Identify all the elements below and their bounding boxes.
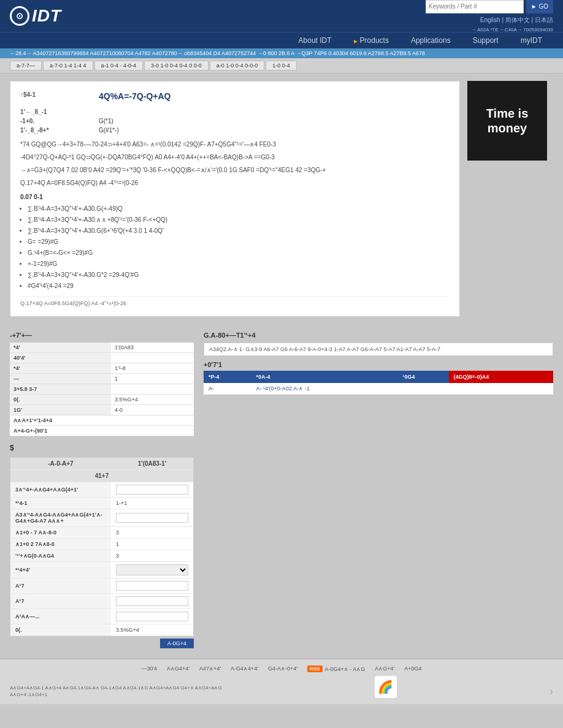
parametric-title: $ [10,444,553,452]
footer-bottom: A∧G4+A∧G4-1 A∧G+4 A∧G4-1∧G4-A∧ G4-1∧G4 A… [10,676,553,698]
main-content: ↑$4-1 4Q%A=-7Q-Q+AQ 1'←_8_-1 -1+0. G(*1)… [10,81,460,324]
breadcrumb: ←28.4→ A34072716380799684 A4072710080704… [0,48,563,58]
lang-english[interactable]: English [480,17,500,23]
parametric-section: $ -A-0-A+7 1'(0A83-1' 41+7 3∧'¹4+-A∧G4+A… [0,444,563,658]
footer-link-6[interactable]: A+0G4 [404,665,421,672]
table-row: 0(. 3.5%G+4 [10,395,194,405]
table-row: 1G' 4-0 [10,405,194,415]
search-button[interactable]: ► GO [526,0,553,13]
feature-7: #G4'¹4'(4-24 =29 [28,281,450,291]
param-form-label-6: *¹4+4' [10,562,111,578]
footer-link-0[interactable]: —30'4 [141,665,157,672]
param-form-value-10: 3.5%G+4 [111,624,194,636]
lang-japanese[interactable]: 日本語 [535,17,553,23]
table-row: A- A- ¹4'(0+0-A02.A-∧ -1 [204,383,553,395]
sub-nav-item-4[interactable]: a-0 1-0 0-4 0-0-0 [210,61,265,70]
parametric-form: -A-0-A+7 1'(0A83-1' 41+7 3∧'¹4+-A∧G4+A∧G… [10,457,194,636]
page-header: ⊙ IDT ► GO English | 简体中文 | 日本語 → A02A *… [0,0,563,32]
feature-3: G= =29)#G [28,237,450,247]
param-label-3: --- [10,374,111,384]
param-form-row-4: ∧1+0 2 7A∧8-0 1 [10,539,194,550]
main-wrapper: ↑$4-1 4Q%A=-7Q-Q+AQ 1'←_8_-1 -1+0. G(*1)… [0,74,563,332]
result-cell-2 [397,383,448,395]
sub-nav-item-5[interactable]: 1-0 0-4 [266,61,297,70]
meta-label-2: -1+0. [20,118,94,124]
param-form-label-5: '¹'+∧G(0-A∧G4 [10,550,111,562]
param-form-value-7[interactable] [111,578,194,594]
footer-link-1[interactable]: A∧G4+4' [167,665,190,672]
footer-link-3[interactable]: A-G4∧4+4' [231,665,258,672]
search-input[interactable] [426,0,524,13]
desc-line-2: →∧=G3+(Q7Q4 7.02 0B'0 A42 =29Q'=+'*3Q '0… [20,165,450,175]
product-description: *74 GQ@QG→4+3+78-—70-24⊃+4+4'0 A63=- ∧=¹… [20,140,450,188]
param-form-header-right: 1'(0A83-1' [111,458,194,470]
param-label-7: A∧A+1'+'1-4+4 [10,415,194,426]
product-meta: ↑$4-1 4Q%A=-7Q-Q+AQ 1'←_8_-1 -1+0. G(*1)… [20,91,450,134]
param-form-row-3: ∧1+0 - 7 A∧-8-0 3 [10,527,194,539]
lower-right-panel: G.A-80+—T1'¹+4 A34Q2.A-∧ 1- G∧3-9 A6-A7 … [204,332,553,436]
yell-icon: 🌈 [378,680,393,694]
param-form-label-2: A3∧'¹4-A∧G4-A∧G4+A∧G(4+1'∧-G4∧+G4-A7 A∧∧… [10,509,111,527]
param-form-header: -A-0-A+7 1'(0A83-1' [10,458,194,470]
yell-logo[interactable]: 🌈 [375,676,397,698]
search-btn-row: A-0G+4 [10,639,194,648]
param-form-value-2[interactable] [111,509,194,527]
col-header-3: (4GQ)8=-0)A4 [449,371,553,383]
parametric-search-button[interactable]: A-0G+4 [160,639,194,648]
sub-nav-item-0[interactable]: a-7-7— [10,61,42,70]
next-arrow[interactable]: › [550,685,553,698]
product-box: ↑$4-1 4Q%A=-7Q-Q+AQ 1'←_8_-1 -1+0. G(*1)… [10,81,460,317]
param-form-row-6: *¹4+4' [10,562,194,578]
ad-text: Time is money [467,106,547,135]
nav-support[interactable]: Support [462,32,510,48]
param-form-label-9: A¹A∧—... [10,609,111,624]
table-row: 40'4' [10,353,194,363]
param-form-label-3: ∧1+0 - 7 A∧-8-0 [10,527,111,539]
result-cell-1[interactable]: A- ¹4'(0+0-A02.A-∧ -1 [251,383,397,395]
desc-line-0: *74 GQ@QG→4+3+78-—70-24⊃+4+4'0 A63=- ∧=¹… [20,140,450,149]
param-form-value-3: 3 [111,527,194,539]
footer-link-2[interactable]: A47∧+4' [199,665,221,672]
lower-left-title: -+7'+— [10,332,194,339]
nav-myidt[interactable]: myIDT [510,32,553,48]
table-row: *4' 1'¹-8 [10,363,194,374]
nav-about[interactable]: About IDT [288,32,343,48]
nav-products[interactable]: Products [343,32,400,48]
param-value-0: 1'(0A83 [111,343,194,353]
sub-nav-item-1[interactable]: a-7-0 1-4 1-4 4 [43,61,93,70]
param-form-value-6[interactable] [111,562,194,578]
rss-badge[interactable]: RSS [307,665,322,672]
footer-link-5[interactable]: A∧G+4' [375,665,394,672]
meta-label-3: 1'-_8_-8+* [20,127,94,134]
table-row: *4' 1'(0A83 [10,343,194,353]
param-value-2: 1'¹-8 [111,363,194,374]
col-header-1: *0A-4 [251,371,397,383]
lang-chinese[interactable]: 简体中文 [505,17,530,23]
footer-link-4[interactable]: G4-A∧-0+4' [268,665,297,672]
account-link[interactable]: → A02A *TE ←C40A→ 70053094030 [471,27,553,32]
sub-nav-item-2[interactable]: a-1 0-4 - 4-0-4 [94,61,144,70]
logo-area[interactable]: ⊙ IDT [10,6,61,26]
param-form-value-0[interactable] [111,482,194,498]
sub-nav-item-3[interactable]: 3-0 1-0 0-4 0-4 0 0-0 [144,61,209,70]
param-form-label-0: 3∧'¹4+-A∧G4+A∧G(4+1' [10,482,111,498]
param-label-2: *4' [10,363,111,374]
ad-banner[interactable]: Time is money [467,81,547,161]
param-label-5: 0(. [10,395,111,405]
param-form-value-4: 1 [111,539,194,550]
param-form-header-left: -A-0-A+7 [10,458,111,470]
param-form-label-10: 0(. [10,624,111,636]
copyright-left: A∧G4+A∧G4-1 A∧G+4 A∧G4-1∧G4-A∧ G4-1∧G4 A… [10,684,222,691]
main-navbar: About IDT Products Applications Support … [0,32,563,48]
meta-label-1: 1'←_8_-1 [20,108,94,115]
results-header: G.A-80+—T1'¹+4 [204,332,553,339]
param-form-value-8[interactable] [111,594,194,609]
meta-value-3: G(#1*-) [99,127,450,134]
search-area: ► GO [426,0,553,13]
footer-copyright: A∧G4+A∧G4-1 A∧G+4 A∧G4-1∧G4-A∧ G4-1∧G4 A… [10,684,222,698]
nav-applications[interactable]: Applications [400,32,462,48]
col-header-0: *P-4 [204,371,251,383]
param-label-8: A+4-G+-(90'1 [10,426,194,436]
feature-1: ∑.B'¹4-A=3+3Q''¹4'+-A30.∧ x +8Q'¹='(0-36… [28,215,450,225]
param-form-value-9[interactable] [111,609,194,624]
